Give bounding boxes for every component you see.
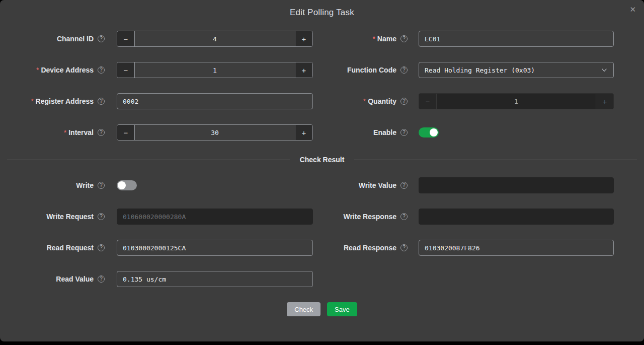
- device-address-decrement-button[interactable]: −: [117, 62, 135, 78]
- interval-value[interactable]: 30: [135, 125, 295, 140]
- help-icon[interactable]: ?: [400, 35, 408, 42]
- interval-decrement-button[interactable]: −: [117, 125, 135, 140]
- form-row: * Interval ? − 30 + Enable ?: [0, 124, 644, 141]
- form-row: Read Value ?: [0, 271, 644, 287]
- help-icon[interactable]: ?: [98, 213, 105, 220]
- quantity-decrement-button: −: [419, 94, 437, 109]
- write-response-input: [419, 209, 614, 225]
- register-address-input[interactable]: [117, 93, 313, 109]
- quantity-value: 1: [437, 94, 596, 109]
- check-button[interactable]: Check: [287, 302, 320, 316]
- help-icon[interactable]: ?: [98, 129, 105, 136]
- dialog-footer: Check Save: [0, 302, 644, 316]
- write-value-label: Write Value: [359, 181, 396, 189]
- form-row: * Device Address ? − 1 + Function Code ?…: [0, 62, 644, 78]
- enable-toggle[interactable]: [419, 127, 439, 137]
- help-icon[interactable]: ?: [98, 66, 105, 74]
- function-code-selected-value: Read Holding Register (0x03): [425, 66, 601, 74]
- enable-field: Enable ?: [313, 124, 644, 141]
- device-address-value[interactable]: 1: [135, 62, 295, 78]
- read-value-field: Read Value ?: [0, 271, 313, 287]
- write-value-field: Write Value ?: [313, 177, 644, 193]
- close-icon[interactable]: ✕: [629, 5, 636, 14]
- function-code-select[interactable]: Read Holding Register (0x03): [419, 62, 614, 78]
- quantity-field: * Quantity ? − 1 +: [313, 93, 644, 109]
- polling-task-form: Channel ID ? − 4 + * Name ?: [0, 31, 644, 316]
- help-icon[interactable]: ?: [400, 66, 408, 74]
- read-value-input[interactable]: [117, 271, 313, 287]
- toggle-knob: [118, 181, 126, 189]
- channel-id-label: Channel ID: [57, 35, 94, 43]
- form-row: * Register Address ? * Quantity ? − 1 +: [0, 93, 644, 109]
- required-marker: *: [372, 35, 375, 43]
- toggle-knob: [430, 128, 438, 136]
- help-icon[interactable]: ?: [98, 35, 105, 42]
- form-row: Channel ID ? − 4 + * Name ?: [0, 31, 644, 47]
- help-icon[interactable]: ?: [400, 129, 408, 136]
- enable-label: Enable: [373, 128, 396, 136]
- required-marker: *: [363, 97, 366, 105]
- interval-field: * Interval ? − 30 +: [0, 124, 313, 141]
- read-response-label: Read Response: [344, 244, 396, 252]
- write-label: Write: [76, 181, 94, 189]
- register-address-field: * Register Address ?: [0, 93, 313, 109]
- form-row: Read Request ? Read Response ?: [0, 240, 644, 256]
- channel-id-value[interactable]: 4: [135, 31, 295, 46]
- chevron-down-icon: [601, 66, 608, 74]
- write-request-input: [117, 209, 313, 225]
- interval-increment-button[interactable]: +: [295, 125, 312, 140]
- channel-id-decrement-button[interactable]: −: [117, 31, 135, 46]
- device-address-label: Device Address: [41, 66, 94, 74]
- write-request-label: Write Request: [46, 213, 94, 221]
- write-value-input: [419, 177, 614, 193]
- channel-id-stepper: − 4 +: [117, 31, 313, 47]
- quantity-increment-button: +: [596, 94, 613, 109]
- form-row: Write Request ? Write Response ?: [0, 209, 644, 225]
- read-request-field: Read Request ?: [0, 240, 313, 256]
- required-marker: *: [64, 128, 66, 136]
- register-address-label: Register Address: [36, 97, 94, 105]
- help-icon[interactable]: ?: [400, 98, 408, 105]
- write-toggle[interactable]: [117, 180, 137, 190]
- write-response-label: Write Response: [343, 213, 396, 221]
- interval-stepper: − 30 +: [117, 124, 313, 141]
- read-request-label: Read Request: [47, 244, 94, 252]
- name-field: * Name ?: [313, 31, 644, 47]
- device-address-increment-button[interactable]: +: [295, 62, 312, 78]
- function-code-label: Function Code: [347, 66, 396, 74]
- help-icon[interactable]: ?: [98, 98, 105, 105]
- edit-polling-task-dialog: Edit Polling Task ✕ Channel ID ? − 4 + *…: [0, 0, 644, 341]
- device-address-field: * Device Address ? − 1 +: [0, 62, 313, 78]
- write-request-field: Write Request ?: [0, 209, 313, 225]
- name-input[interactable]: [419, 31, 614, 47]
- help-icon[interactable]: ?: [98, 244, 105, 251]
- interval-label: Interval: [68, 128, 94, 136]
- write-field: Write ?: [0, 177, 313, 193]
- channel-id-field: Channel ID ? − 4 +: [0, 31, 313, 47]
- device-address-stepper: − 1 +: [117, 62, 313, 78]
- help-icon[interactable]: ?: [400, 182, 408, 189]
- write-response-field: Write Response ?: [313, 209, 644, 225]
- help-icon[interactable]: ?: [98, 275, 105, 283]
- check-result-section-title: Check Result: [290, 156, 355, 164]
- help-icon[interactable]: ?: [400, 244, 408, 251]
- quantity-stepper: − 1 +: [419, 93, 614, 109]
- read-request-input[interactable]: [117, 240, 313, 256]
- save-button[interactable]: Save: [327, 302, 357, 316]
- read-value-label: Read Value: [56, 275, 94, 283]
- read-response-field: Read Response ?: [313, 240, 644, 256]
- function-code-field: Function Code ? Read Holding Register (0…: [313, 62, 644, 78]
- dialog-title: Edit Polling Task: [290, 8, 354, 17]
- required-marker: *: [36, 66, 39, 74]
- dialog-header: Edit Polling Task ✕: [0, 0, 644, 20]
- help-icon[interactable]: ?: [400, 213, 408, 220]
- name-label: Name: [377, 35, 396, 43]
- check-result-divider: Check Result: [7, 156, 637, 164]
- help-icon[interactable]: ?: [98, 182, 105, 189]
- read-response-input[interactable]: [419, 240, 614, 256]
- channel-id-increment-button[interactable]: +: [295, 31, 312, 46]
- quantity-label: Quantity: [368, 97, 396, 105]
- required-marker: *: [31, 97, 33, 105]
- form-row: Write ? Write Value ?: [0, 177, 644, 193]
